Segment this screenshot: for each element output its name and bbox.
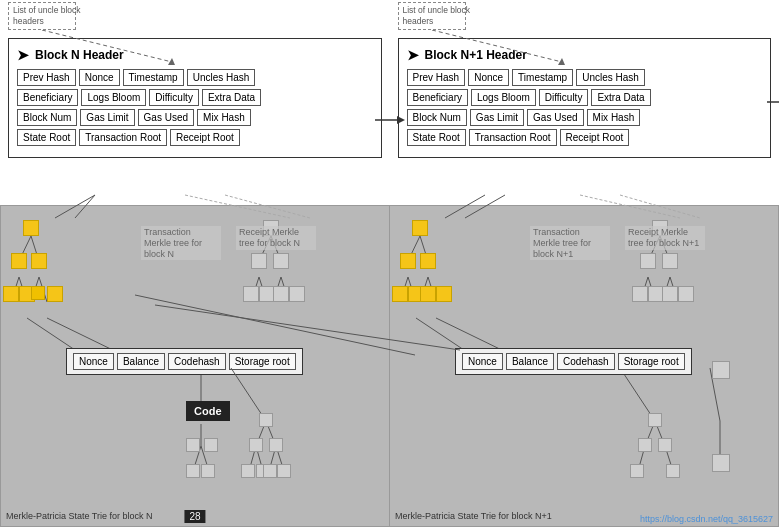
account-nonce-n: Nonce [73, 353, 114, 370]
trie-n-label: Merkle-Patricia State Trie for block N [6, 511, 153, 521]
gray-l3-n1 [632, 286, 648, 302]
block-n1-row-1: Prev Hash Nonce Timestamp Uncles Hash [407, 69, 763, 86]
gray-l2-n [273, 253, 289, 269]
yellow-root-n1 [412, 220, 428, 236]
trie-n1-label: Merkle-Patricia State Trie for block N+1 [395, 511, 552, 521]
page-number: 28 [184, 510, 205, 523]
svg-marker-3 [397, 116, 405, 124]
lower-n1-node-2 [638, 438, 652, 452]
block-n-row-3: Block Num Gas Limit Gas Used Mix Hash [17, 109, 373, 126]
block-n-gas-used: Gas Used [138, 109, 194, 126]
block-n1-state-root: State Root [407, 129, 466, 146]
trie-panel-n1: Transaction Merkle tree for block N+1 Re… [390, 205, 779, 527]
lower-node-4 [241, 464, 255, 478]
bottom-section: Transaction Merkle tree for block N Rece… [0, 205, 779, 527]
block-n1-row-4: State Root Transaction Root Receipt Root [407, 129, 763, 146]
uncle-dashed-n1: List of uncle block headers [398, 2, 466, 30]
merkle-n-rx-label: Receipt Merkle tree for block N [236, 226, 316, 250]
account-storage-n: Storage root [229, 353, 296, 370]
solo-node-1 [712, 361, 730, 379]
block-n1-receipt-root: Receipt Root [560, 129, 630, 146]
account-codehash-n1: Codehash [557, 353, 615, 370]
gray-l6-n1 [678, 286, 694, 302]
account-nonce-n1: Nonce [462, 353, 503, 370]
block-n1-nonce: Nonce [468, 69, 509, 86]
gray-l5-n [273, 286, 289, 302]
gray-l1-n1 [640, 253, 656, 269]
lower-node-2 [249, 438, 263, 452]
gray-l6-n [289, 286, 305, 302]
block-n-beneficiary: Beneficiary [17, 89, 78, 106]
block-n-mix-hash: Mix Hash [197, 109, 251, 126]
block-n1-uncles-hash: Uncles Hash [576, 69, 645, 86]
block-n1-row-2: Beneficiary Logs Bloom Difficulty Extra … [407, 89, 763, 106]
block-n1-extra-data: Extra Data [591, 89, 650, 106]
yellow-l5-n1 [420, 286, 436, 302]
inter-block-arrow [375, 110, 405, 132]
block-n1-mix-hash: Mix Hash [587, 109, 641, 126]
account-box-n: Nonce Balance Codehash Storage root [66, 348, 303, 375]
lower-n1-node-4 [630, 464, 644, 478]
block-n-row-2: Beneficiary Logs Bloom Difficulty Extra … [17, 89, 373, 106]
solo-node-2 [712, 454, 730, 472]
block-n-row-1: Prev Hash Nonce Timestamp Uncles Hash [17, 69, 373, 86]
lower-node-11 [201, 464, 215, 478]
block-n-timestamp: Timestamp [123, 69, 184, 86]
block-n1-beneficiary: Beneficiary [407, 89, 468, 106]
block-n-extra-data: Extra Data [202, 89, 261, 106]
lower-node-10 [186, 464, 200, 478]
block-n1-header: ➤ Block N+1 Header Prev Hash Nonce Times… [398, 38, 772, 158]
block-n1-block-num: Block Num [407, 109, 467, 126]
yellow-l3-n1 [392, 286, 408, 302]
account-codehash-n: Codehash [168, 353, 226, 370]
block-n1-gas-used: Gas Used [527, 109, 583, 126]
yellow-l2-n [31, 253, 47, 269]
block-n-block-num: Block Num [17, 109, 77, 126]
block-n-state-root: State Root [17, 129, 76, 146]
yellow-l6-n1 [436, 286, 452, 302]
block-n1-tx-root: Transaction Root [469, 129, 557, 146]
yellow-l3-n [3, 286, 19, 302]
account-storage-n1: Storage root [618, 353, 685, 370]
top-section: List of uncle block headers ➤ Block N He… [0, 0, 779, 205]
lower-node-3 [269, 438, 283, 452]
block-n1-wrapper: List of uncle block headers ➤ Block N+1 … [390, 0, 780, 205]
block-n-wrapper: List of uncle block headers ➤ Block N He… [0, 0, 390, 205]
uncle-dashed-n: List of uncle block headers [8, 2, 76, 30]
block-n1-timestamp: Timestamp [512, 69, 573, 86]
yellow-l1-n [11, 253, 27, 269]
account-balance-n: Balance [117, 353, 165, 370]
block-n1-row-3: Block Num Gas Limit Gas Used Mix Hash [407, 109, 763, 126]
code-box: Code [186, 401, 230, 421]
yellow-l2-n1 [420, 253, 436, 269]
block-n-uncles-hash: Uncles Hash [187, 69, 256, 86]
lower-node-9 [204, 438, 218, 452]
account-box-n1: Nonce Balance Codehash Storage root [455, 348, 692, 375]
merkle-n-tx-label: Transaction Merkle tree for block N [141, 226, 221, 260]
gray-l3-n [243, 286, 259, 302]
gray-l2-n1 [662, 253, 678, 269]
block-n1-difficulty: Difficulty [539, 89, 589, 106]
block-n-nonce: Nonce [79, 69, 120, 86]
block-n-row-4: State Root Transaction Root Receipt Root [17, 129, 373, 146]
lower-node-1 [259, 413, 273, 427]
block-n1-gas-limit: Gas Limit [470, 109, 524, 126]
lower-node-6 [263, 464, 277, 478]
block-n-prev-hash: Prev Hash [17, 69, 76, 86]
lower-node-7 [277, 464, 291, 478]
lower-n1-node-5 [666, 464, 680, 478]
block-n-difficulty: Difficulty [149, 89, 199, 106]
block-n-logs-bloom: Logs Bloom [81, 89, 146, 106]
lower-node-8 [186, 438, 200, 452]
main-container: List of uncle block headers ➤ Block N He… [0, 0, 779, 527]
block-n-title: ➤ Block N Header [17, 47, 373, 63]
merkle-n1-tx-label: Transaction Merkle tree for block N+1 [530, 226, 610, 260]
block-n-gas-limit: Gas Limit [80, 109, 134, 126]
block-n-receipt-root: Receipt Root [170, 129, 240, 146]
watermark: https://blog.csdn.net/qq_3615627 [640, 514, 773, 524]
right-exit-arrow [767, 95, 779, 111]
yellow-root-n [23, 220, 39, 236]
yellow-l6-n [47, 286, 63, 302]
lower-n1-node-3 [658, 438, 672, 452]
merkle-n1-rx-label: Receipt Merkle tree for block N+1 [625, 226, 705, 250]
